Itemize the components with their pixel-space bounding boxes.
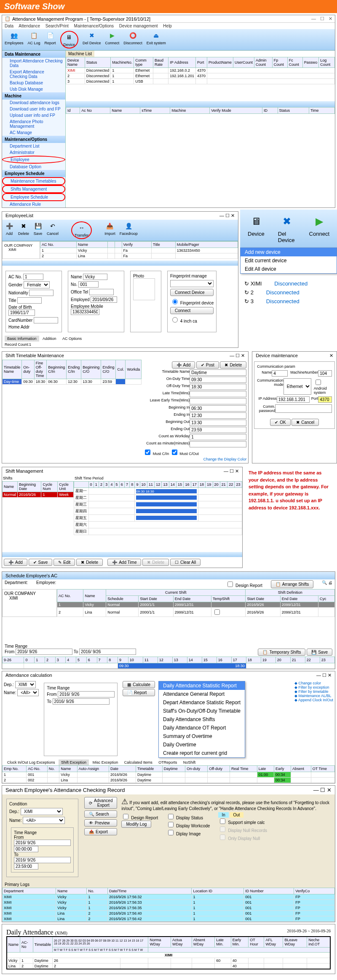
rm-staff[interactable]: Staff's On-Duty/Off-Duty Timetable	[159, 707, 245, 715]
daily-row[interactable]: Lina2Daytime240	[7, 964, 330, 969]
dm-ip[interactable]	[277, 396, 310, 403]
tt-row[interactable]: Day-time09:3018:3006:3012:3013:3023:59	[3, 379, 142, 385]
emp-save[interactable]: 💾Save	[33, 221, 43, 239]
dob-input[interactable]	[8, 310, 35, 316]
exp-btn[interactable]: 📤 Export	[84, 828, 117, 835]
leave-input[interactable]	[190, 398, 246, 404]
sm-del[interactable]: ✖ Delete	[76, 559, 103, 566]
sm-add[interactable]: ➕ Add	[4, 559, 27, 566]
ct-no[interactable]: NoShift	[181, 759, 198, 765]
rep-btn[interactable]: 📄 Report	[123, 689, 155, 696]
tt-del[interactable]: ✖ Delete	[220, 361, 246, 369]
ml-btn[interactable]: Modify Log	[121, 821, 151, 828]
ds-check[interactable]: Display Status	[166, 816, 203, 820]
emp-input[interactable]	[91, 296, 117, 303]
tn-input[interactable]	[190, 369, 246, 376]
si-attrule[interactable]: Attendance Rule	[2, 201, 65, 207]
dm-port[interactable]	[318, 396, 332, 403]
col-fp[interactable]: Fp Count	[272, 57, 287, 68]
ct-calc[interactable]: Calculated Items	[122, 759, 155, 765]
ae-btn[interactable]: ⟳ Advanced Export	[84, 797, 117, 809]
close-icon[interactable]: ✕	[329, 16, 332, 22]
dev-row[interactable]: ↻ 2Disconnected	[244, 289, 333, 296]
menu-help[interactable]: Help	[163, 24, 172, 28]
calc-row[interactable]: 1001Vicky2016/9/26Daytime01:0000:34	[3, 772, 335, 778]
machine-row[interactable]: XIMIDisconnected1Ethernet192.168.0.24370	[66, 68, 335, 73]
gender-select[interactable]: Female	[24, 281, 50, 288]
menu-data[interactable]: Data	[5, 24, 13, 28]
col-lc[interactable]: Log Count	[319, 57, 335, 68]
tab-acopt[interactable]: AC Options	[60, 336, 84, 342]
dd-editall[interactable]: Edit All device	[241, 265, 337, 273]
mob-input[interactable]	[71, 309, 99, 315]
min-icon[interactable]: —	[311, 16, 316, 22]
emp-transfer[interactable]: ↔Transfer	[75, 223, 88, 237]
temp-btn[interactable]: 📋 Temporary Shifts	[258, 649, 305, 656]
col-uc[interactable]: UserCount	[233, 57, 254, 68]
tb-deldevice[interactable]: ✖Del Device	[83, 31, 101, 48]
col-status[interactable]: Status	[85, 57, 111, 68]
search-row[interactable]: XIMIVicky12016/9/26 17:56:331001FP	[3, 900, 335, 905]
rm-create[interactable]: Create report for current grid	[159, 749, 245, 757]
connect-device-btn[interactable]: Connect Device	[170, 289, 214, 296]
search-row[interactable]: XIMIVicky12016/9/26 17:56:351001FP	[3, 905, 335, 911]
nat-input[interactable]	[29, 290, 53, 296]
emp-import[interactable]: 📥Import	[104, 221, 115, 239]
save-btn[interactable]: 💾 Save	[307, 649, 332, 656]
machine-row[interactable]: 3Disconnected1USB	[66, 79, 335, 84]
menu-device[interactable]: Device management	[119, 24, 158, 28]
dm-name[interactable]	[272, 370, 288, 377]
dm-pwd[interactable]	[275, 404, 332, 413]
ct-ot[interactable]: OTReports	[156, 759, 179, 765]
si-timetables[interactable]: Maintenance Timetables	[2, 177, 65, 185]
calc-from[interactable]	[58, 691, 115, 697]
ts-check[interactable]	[214, 609, 220, 615]
dr-check[interactable]: Design Report	[226, 583, 262, 588]
card-input[interactable]	[34, 317, 58, 323]
sl-append[interactable]: ◆ Append Clock In/Out	[294, 698, 333, 702]
dm-ok[interactable]: ✔ OK	[270, 419, 290, 426]
s-t1[interactable]	[14, 846, 38, 852]
col-machno[interactable]: MachineNo.	[111, 57, 134, 68]
off-input[interactable]	[190, 384, 246, 390]
col-port[interactable]: Port	[195, 57, 207, 68]
daily-row[interactable]: Vicky1Daytime266040	[7, 958, 330, 964]
sched-row[interactable]: 2LinaNormal2000/1/12999/12/312016/9/2620…	[57, 608, 335, 617]
dd-edit[interactable]: Edit current device	[241, 256, 337, 265]
dm-mode[interactable]: Ethernet	[284, 378, 311, 395]
dept-tree[interactable]: OUR COMPANY XIMI	[2, 241, 40, 259]
si-ul-user[interactable]: Upload user info and FP	[2, 112, 65, 118]
si-employee[interactable]: Employee	[2, 156, 65, 164]
sl-fexc[interactable]: ◆ Filter by exception	[294, 685, 329, 689]
calc-to[interactable]	[53, 698, 110, 705]
si-backup[interactable]: Backup Database	[2, 80, 65, 86]
emp-facedrop[interactable]: 👤Facedroop	[120, 221, 138, 239]
col-ip[interactable]: IP Address	[168, 57, 196, 68]
bo-input[interactable]	[190, 420, 246, 426]
tb-connect[interactable]: ▶Connect	[105, 31, 120, 48]
rm-dshifts[interactable]: Daily Attendance Shifts	[159, 715, 245, 724]
si-usb[interactable]: Usb Disk Manage	[2, 86, 65, 92]
sg-data[interactable]: Data Maintenance	[2, 51, 65, 58]
fp-select[interactable]	[170, 280, 214, 287]
tt-add[interactable]: ➕ Add	[172, 361, 195, 369]
big-connect[interactable]: ▶Connect	[304, 212, 334, 245]
search-row[interactable]: XIMILina22016/9/26 17:56:421001FP	[3, 916, 335, 922]
title-input[interactable]	[17, 297, 42, 304]
emp-row[interactable]: 2LinaFa	[40, 253, 238, 259]
prev-btn[interactable]: 👁 Preview	[84, 819, 117, 827]
sg-sched[interactable]: Employee Schedule	[2, 170, 65, 177]
cm-input[interactable]	[190, 441, 246, 447]
late-input[interactable]	[190, 391, 246, 397]
dev-row[interactable]: ↻ 3Disconnected	[244, 298, 333, 304]
search-row[interactable]: XIMIVicky12016/9/26 17:56:321001FP	[3, 894, 335, 900]
sched-row[interactable]: 1VickyNormal2000/1/12999/12/312016/9/262…	[57, 602, 335, 608]
ct-misc[interactable]: Misc Exception	[90, 759, 121, 765]
col-ac[interactable]: Admin Count	[254, 57, 273, 68]
ct-clock[interactable]: Clock In/Out Log Exceptions	[5, 759, 58, 765]
col-devname[interactable]: Device Name	[66, 57, 85, 68]
col-commtype[interactable]: Comm type	[134, 57, 153, 68]
si-empsched[interactable]: Employee Schedule	[2, 193, 65, 201]
col-prod[interactable]: ProductName	[207, 57, 233, 68]
si-dl-logs[interactable]: Download attendance logs	[2, 100, 65, 106]
